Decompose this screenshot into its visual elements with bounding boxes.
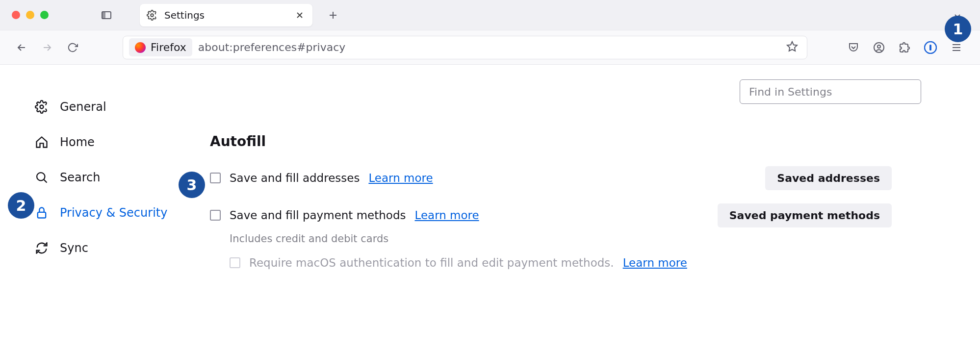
firefox-logo-icon [135, 42, 146, 53]
payments-checkbox[interactable] [210, 210, 221, 221]
toolbar-actions [848, 41, 968, 54]
titlebar: Settings [0, 0, 980, 30]
require-auth-learn-more-link[interactable]: Learn more [623, 256, 687, 269]
sidebar-item-privacy-security[interactable]: Privacy & Security [34, 195, 206, 230]
svg-point-5 [877, 45, 880, 48]
payments-learn-more-link[interactable]: Learn more [415, 209, 479, 222]
addresses-learn-more-link[interactable]: Learn more [368, 172, 433, 184]
sidebar-item-label: Sync [60, 241, 88, 255]
sidebar-item-sync[interactable]: Sync [34, 230, 206, 266]
saved-payment-methods-button[interactable]: Saved payment methods [718, 203, 892, 227]
require-auth-checkbox [230, 257, 240, 268]
sidebar-item-general[interactable]: General [34, 89, 206, 125]
account-icon[interactable] [873, 42, 885, 53]
window-controls [12, 11, 49, 19]
addresses-checkbox[interactable] [210, 173, 221, 183]
annotation-callout-3: 3 [179, 172, 205, 198]
search-settings-placeholder: Find in Settings [749, 86, 832, 98]
settings-main: Find in Settings Autofill Save and fill … [206, 65, 980, 351]
sidebar-item-label: Privacy & Security [60, 206, 167, 220]
tab-title: Settings [164, 9, 294, 21]
section-heading-autofill: Autofill [210, 133, 951, 150]
sidebar-item-label: General [60, 100, 106, 114]
payments-label: Save and fill payment methods [230, 209, 406, 222]
gear-icon [147, 10, 157, 21]
saved-addresses-button[interactable]: Saved addresses [765, 166, 892, 190]
bookmark-star-icon[interactable] [783, 38, 801, 57]
reload-button[interactable] [63, 38, 82, 57]
new-tab-button[interactable] [324, 6, 342, 24]
addresses-label: Save and fill addresses [230, 172, 360, 184]
svg-rect-1 [102, 12, 105, 19]
home-icon [34, 135, 49, 150]
identity-label: Firefox [151, 41, 186, 53]
onepassword-icon[interactable] [924, 41, 937, 54]
svg-rect-7 [929, 45, 931, 50]
minimize-window-button[interactable] [26, 11, 34, 19]
pocket-icon[interactable] [848, 42, 859, 53]
close-tab-button[interactable] [294, 9, 306, 21]
maximize-window-button[interactable] [40, 11, 49, 19]
browser-tab[interactable]: Settings [140, 4, 312, 26]
svg-point-8 [40, 105, 44, 109]
lock-icon [34, 205, 49, 220]
gear-icon [34, 100, 49, 114]
svg-marker-3 [787, 42, 797, 51]
close-window-button[interactable] [12, 11, 20, 19]
back-button[interactable] [12, 38, 31, 57]
svg-rect-10 [38, 212, 46, 218]
extensions-icon[interactable] [899, 42, 910, 53]
annotation-callout-2: 2 [8, 192, 34, 219]
pref-row-require-auth: Require macOS authentication to fill and… [230, 256, 951, 269]
menu-icon[interactable] [951, 42, 962, 53]
sidebar-item-label: Home [60, 135, 95, 149]
pref-row-addresses: Save and fill addresses Learn more Saved… [210, 165, 951, 191]
require-auth-label: Require macOS authentication to fill and… [249, 256, 614, 269]
nav-toolbar: Firefox about:preferences#privacy [0, 30, 980, 65]
sync-icon [34, 241, 49, 255]
sidebar-toggle-icon[interactable] [98, 6, 115, 24]
url-bar[interactable]: Firefox about:preferences#privacy [123, 36, 807, 59]
payments-help-text: Includes credit and debit cards [230, 233, 951, 245]
identity-box[interactable]: Firefox [129, 38, 192, 56]
forward-button[interactable] [37, 38, 57, 57]
search-icon [34, 170, 49, 185]
pref-row-payments: Save and fill payment methods Learn more… [210, 202, 951, 228]
url-text: about:preferences#privacy [198, 41, 783, 53]
search-settings-input[interactable]: Find in Settings [740, 79, 921, 104]
svg-point-9 [37, 173, 45, 180]
svg-point-2 [151, 14, 154, 17]
sidebar-item-home[interactable]: Home [34, 125, 206, 160]
preferences-content: General Home Search Privacy & Security S… [0, 65, 980, 351]
annotation-callout-1: 1 [945, 16, 971, 42]
sidebar-item-label: Search [60, 171, 100, 184]
